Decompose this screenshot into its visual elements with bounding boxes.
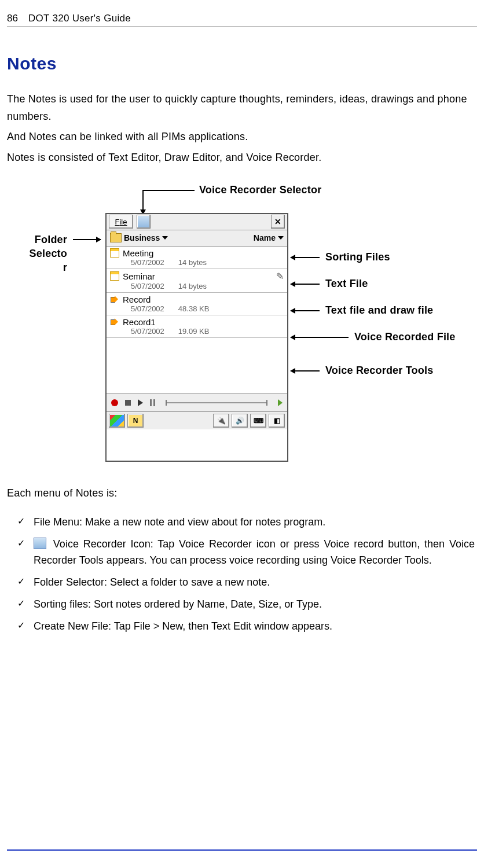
callout-text-draw-file: Text file and draw file: [325, 304, 433, 317]
feature-text: Voice Recorder Icon: Tap Voice Recorder …: [34, 538, 475, 566]
folder-icon: [110, 233, 122, 242]
folder-label: Business: [124, 233, 160, 242]
taskbar: N 🔌 🔊 ⌨ ◧: [107, 412, 287, 429]
arrow-line: [291, 310, 320, 311]
callout-text-file: Text File: [325, 278, 368, 290]
chevron-down-icon: [278, 236, 284, 240]
callout-voice-recorder-tools: Voice Recorder Tools: [325, 365, 433, 377]
feature-list: File Menu: Make a new note and view abou…: [7, 514, 477, 634]
speaker-icon: [110, 295, 119, 304]
feature-item: Sorting files: Sort notes ordered by Nam…: [34, 597, 477, 613]
file-menu-rest: ile: [119, 218, 127, 226]
list-row[interactable]: Record1 5/07/200219.09 KB: [107, 315, 287, 338]
callout-sorting-files: Sorting Files: [325, 251, 390, 263]
arrow-line: [291, 284, 320, 285]
arrow-line: [142, 190, 195, 191]
note-size: 14 bytes: [178, 258, 207, 267]
menu-intro: Each menu of Notes is:: [7, 485, 477, 502]
tray-icon[interactable]: ◧: [269, 414, 285, 428]
tray-icon[interactable]: ⌨: [250, 414, 266, 428]
intro-paragraph-1: The Notes is used for the user to quickl…: [7, 91, 477, 125]
intro-paragraph-2: And Notes can be linked with all PIMs ap…: [7, 128, 477, 146]
list-row[interactable]: Record 5/07/200248.38 KB: [107, 293, 287, 315]
callout-folder-selector-2: Selecto: [21, 248, 67, 260]
title-bar: File ✕: [107, 214, 287, 230]
note-icon: [110, 248, 119, 258]
callout-voice-recorder-selector: Voice Recorder Selector: [199, 184, 321, 196]
volume-icon[interactable]: [278, 399, 283, 406]
folder-sort-bar: Business Name: [107, 230, 287, 247]
notes-app-window: File ✕ Business Name Meeting: [105, 213, 288, 462]
note-size: 48.38 KB: [178, 304, 210, 313]
file-menu-underline: F: [115, 218, 120, 226]
note-date: 5/07/2002: [131, 258, 164, 267]
sort-label: Name: [254, 233, 276, 242]
header-row: 86 DOT 320 User's Guide: [7, 13, 477, 27]
tray-icon[interactable]: 🔌: [213, 414, 229, 428]
voice-recorder-icon[interactable]: [137, 215, 151, 229]
note-date: 5/07/2002: [131, 282, 164, 290]
list-row[interactable]: Meeting 5/07/200214 bytes: [107, 247, 287, 269]
start-button[interactable]: [109, 414, 125, 428]
feature-item: Voice Recorder Icon: Tap Voice Recorder …: [34, 536, 477, 569]
feature-item: Create New File: Tap File > New, then Te…: [34, 619, 477, 635]
callout-folder-selector-1: Folder: [27, 234, 67, 246]
header-title: DOT 320 User's Guide: [28, 13, 131, 24]
callout-voice-recorded-file: Voice Recorded File: [354, 331, 456, 343]
note-title: Record: [123, 295, 151, 304]
feature-item: Folder Selector: Select a folder to save…: [34, 575, 477, 591]
play-button[interactable]: [138, 399, 143, 406]
note-title: Seminar: [123, 271, 155, 281]
arrow-line: [291, 257, 320, 258]
close-button[interactable]: ✕: [271, 215, 285, 229]
tray-icon[interactable]: 🔊: [232, 414, 248, 428]
page: 86 DOT 320 User's Guide Notes The Notes …: [0, 0, 484, 635]
notes-list: Meeting 5/07/200214 bytes Seminar✎ 5/07/…: [107, 247, 287, 393]
arrow-line: [142, 190, 144, 214]
speaker-icon: [110, 317, 119, 326]
note-size: 19.09 KB: [178, 327, 210, 336]
stop-button[interactable]: [125, 400, 131, 406]
page-number: 86: [7, 13, 18, 24]
list-row[interactable]: Seminar✎ 5/07/200214 bytes: [107, 269, 287, 293]
annotated-diagram: Voice Recorder Selector Folder Selecto r…: [7, 184, 476, 473]
pause-button[interactable]: [150, 399, 155, 406]
note-title: Meeting: [123, 248, 153, 258]
note-icon: [110, 271, 119, 281]
voice-recorder-tools: [107, 393, 287, 412]
arrow-line: [73, 239, 101, 240]
section-title: Notes: [7, 54, 477, 73]
notes-taskbar-button[interactable]: N: [127, 414, 144, 428]
folder-selector[interactable]: Business: [110, 233, 168, 242]
callout-folder-selector-3: r: [21, 262, 67, 274]
footer-divider: [7, 849, 477, 851]
note-date: 5/07/2002: [131, 327, 164, 336]
note-size: 14 bytes: [178, 282, 207, 290]
arrow-line: [291, 337, 349, 338]
intro-paragraph-3: Notes is consisted of Text Editor, Draw …: [7, 149, 477, 167]
voice-recorder-icon: [34, 538, 46, 549]
sort-selector[interactable]: Name: [254, 233, 284, 242]
progress-slider[interactable]: [166, 402, 267, 403]
feature-item: File Menu: Make a new note and view abou…: [34, 514, 477, 531]
note-title: Record1: [123, 317, 156, 327]
arrow-line: [291, 370, 320, 372]
record-button[interactable]: [111, 399, 118, 406]
chevron-down-icon: [162, 236, 168, 240]
file-menu[interactable]: File: [109, 215, 133, 229]
note-date: 5/07/2002: [131, 304, 164, 313]
pen-icon: ✎: [276, 271, 284, 282]
